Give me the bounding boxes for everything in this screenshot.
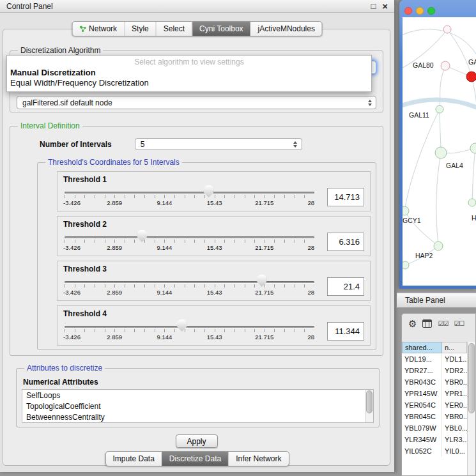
dropdown-option-equal-width-frequency-discretization[interactable]: Equal Width/Frequency Discretization <box>7 78 371 88</box>
network-node-label: GAL80 <box>413 61 434 69</box>
tab-discretize-data[interactable]: Discretize Data <box>162 452 228 466</box>
columns-icon[interactable] <box>422 319 432 328</box>
tab-impute-data[interactable]: Impute Data <box>105 452 161 466</box>
table-panel-title: Table Panel <box>405 296 445 305</box>
table-row[interactable]: YDR27...YDR2... <box>402 365 467 376</box>
dropdown-option-manual-discretization[interactable]: Manual Discretization <box>7 68 371 78</box>
scale-label: 28 <box>307 244 314 251</box>
network-node[interactable] <box>434 242 443 250</box>
table-row[interactable]: YPR145WYPR1... <box>402 388 467 399</box>
tab-label: Infer Network <box>236 454 281 463</box>
table-cell-shared-name: YER054C <box>402 399 442 411</box>
tab-select[interactable]: Select <box>156 22 192 36</box>
tab-cyni-toolbox[interactable]: Cyni Toolbox <box>192 22 250 36</box>
table-scrollbar[interactable] <box>467 342 475 475</box>
zoom-traffic-light-icon[interactable] <box>427 7 435 15</box>
threshold-slider[interactable]: -3.4262.8599.14415.4321.71528 <box>65 318 314 344</box>
threshold-slider-row: -3.4262.8599.14415.4321.7152814.713 <box>63 184 364 210</box>
attributes-group-title: Attributes to discretize <box>24 364 105 372</box>
control-panel-body: Discretization Algorithm Table Data galF… <box>3 29 390 466</box>
threshold-slider-row: -3.4262.8599.14415.4321.715286.316 <box>63 229 364 254</box>
number-of-intervals-combo[interactable]: 5 <box>135 138 302 150</box>
threshold-value-field[interactable]: 14.713 <box>327 188 364 206</box>
deselect-icon[interactable]: ☑☐ <box>454 320 464 327</box>
interval-definition-group: Interval Definition Number of Intervals … <box>10 121 383 356</box>
table-row[interactable]: YBR045CYBR0... <box>402 411 467 422</box>
tab-label: Select <box>164 24 185 33</box>
threshold-panel-1: Threshold 1-3.4262.8599.14415.4321.71528… <box>57 171 371 211</box>
network-node[interactable] <box>468 199 476 206</box>
table-row[interactable]: YDL19...YDL1... <box>402 353 467 365</box>
list-scrollbar-thumb[interactable] <box>366 390 372 413</box>
table-row[interactable]: YER054CYER0... <box>402 399 467 411</box>
stepper-icon <box>365 100 374 106</box>
number-of-intervals-row: Number of Intervals 5 <box>40 138 379 150</box>
network-node[interactable] <box>443 26 451 33</box>
close-window-icon[interactable]: × <box>382 1 388 11</box>
network-node[interactable] <box>466 72 476 82</box>
network-node-label: GCY1 <box>403 217 421 224</box>
table-row[interactable]: YLR345WYLR3... <box>402 434 467 445</box>
list-item-selfloops[interactable]: SelfLoops <box>22 390 364 401</box>
slider-scale: -3.4262.8599.14415.4321.71528 <box>65 199 314 207</box>
scale-label: 15.43 <box>207 289 222 296</box>
apply-button[interactable]: Apply <box>176 434 218 448</box>
tab-network[interactable]: Network <box>72 22 124 36</box>
table-cell-name: YBR0... <box>442 376 467 388</box>
table-cell-name: YDL1... <box>442 353 467 365</box>
thresholds-container: Threshold 1-3.4262.8599.14415.4321.71528… <box>42 171 372 346</box>
minimize-traffic-light-icon[interactable] <box>416 7 424 15</box>
threshold-value-field[interactable]: 21.4 <box>327 277 364 296</box>
close-traffic-light-icon[interactable] <box>404 7 412 15</box>
scale-label: 28 <box>307 199 314 206</box>
network-node[interactable] <box>441 61 450 70</box>
table-cell-name: YIL0... <box>442 445 467 457</box>
tab-label: Impute Data <box>112 454 154 463</box>
algorithm-dropdown-list: Manual DiscretizationEqual Width/Frequen… <box>7 68 371 88</box>
scale-label: 2.859 <box>107 334 122 341</box>
threshold-slider[interactable]: -3.4262.8599.14415.4321.71528 <box>65 229 314 254</box>
tab-style[interactable]: Style <box>124 22 156 36</box>
network-node[interactable] <box>435 147 447 158</box>
network-canvas-svg: GAL80GALGAL11GAL4GCY1HHAP2 <box>403 17 476 286</box>
float-window-icon[interactable]: □ <box>371 2 376 10</box>
select-all-icon[interactable]: ☑☑ <box>438 320 448 327</box>
list-scrollbar[interactable] <box>365 390 373 422</box>
threshold-value-field[interactable]: 11.344 <box>327 322 364 341</box>
scale-label: 28 <box>307 334 314 341</box>
network-node[interactable] <box>436 105 443 113</box>
network-node[interactable] <box>403 261 409 269</box>
network-node[interactable] <box>403 206 409 215</box>
threshold-value-field[interactable]: 6.316 <box>327 233 364 251</box>
gear-icon[interactable]: ⚙ <box>408 319 417 328</box>
network-node[interactable] <box>470 143 476 153</box>
table-cell-name: YPR1... <box>442 388 467 399</box>
attributes-group: Attributes to discretize Numerical Attri… <box>16 364 380 427</box>
list-item-topologicalcoefficient[interactable]: TopologicalCoefficient <box>22 401 364 412</box>
table-row[interactable]: YIL052CYIL0... <box>402 445 467 457</box>
table-data-combo-value: galFiltered.sif default node <box>22 98 365 107</box>
table-row[interactable]: YBL079WYBL0... <box>402 422 467 434</box>
table-panel-header: Table Panel <box>397 293 476 308</box>
scale-label: -3.426 <box>63 334 81 341</box>
column-header-name[interactable]: n... <box>442 342 467 353</box>
column-header-shared-name[interactable]: shared... <box>402 342 442 353</box>
threshold-slider[interactable]: -3.4262.8599.14415.4321.71528 <box>65 184 314 210</box>
slider-ticks <box>65 240 314 243</box>
list-item-betweennesscentrality[interactable]: BetweennessCentrality <box>22 412 364 423</box>
table-data-combo[interactable]: galFiltered.sif default node <box>17 96 376 109</box>
tab-jactivemnodules[interactable]: jActiveMNodules <box>250 22 322 36</box>
threshold-slider[interactable]: -3.4262.8599.14415.4321.71528 <box>65 273 314 299</box>
scale-label: 15.43 <box>207 334 222 341</box>
scale-label: 9.144 <box>157 289 173 296</box>
node-table: shared... n... YDL19...YDL1...YDR27...YD… <box>402 342 467 475</box>
top-tab-bar: NetworkStyleSelectCyni ToolboxjActiveMNo… <box>72 21 323 36</box>
network-canvas[interactable]: GAL80GALGAL11GAL4GCY1HHAP2 <box>403 17 476 286</box>
tab-infer-network[interactable]: Infer Network <box>228 452 288 466</box>
scale-label: -3.426 <box>63 244 81 251</box>
table-row[interactable]: YBR043CYBR0... <box>402 376 467 388</box>
numerical-attributes-label: Numerical Attributes <box>23 378 375 387</box>
table-cell-shared-name: YBR043C <box>402 376 442 388</box>
threshold-slider-row: -3.4262.8599.14415.4321.7152811.344 <box>63 318 364 344</box>
table-scrollbar-thumb[interactable] <box>468 343 475 413</box>
